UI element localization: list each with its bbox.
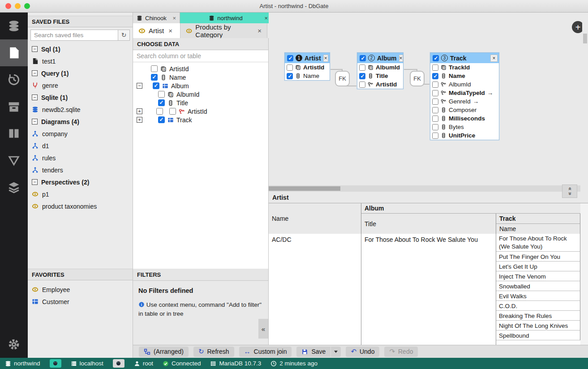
designer-column[interactable]: Bytes bbox=[430, 123, 499, 131]
designer-table-artist-header[interactable]: 1 Artist × bbox=[285, 53, 330, 63]
designer-column[interactable]: UnitPrice bbox=[430, 131, 499, 140]
tree-group-query[interactable]: −Query (1) bbox=[28, 67, 133, 79]
checkbox[interactable] bbox=[287, 64, 293, 71]
designer-column[interactable]: Name bbox=[285, 72, 330, 80]
checkbox[interactable] bbox=[432, 64, 438, 71]
checkbox[interactable] bbox=[433, 55, 439, 61]
tree-item-product-taxonomies[interactable]: product taxonomies bbox=[28, 200, 133, 212]
designer-table-track[interactable]: 3 Track × TrackId Name AlbumId MediaType… bbox=[430, 52, 499, 140]
redo-button[interactable]: ↷ Redo bbox=[384, 347, 418, 357]
collapse-icon[interactable]: − bbox=[32, 119, 38, 124]
remove-table-button[interactable]: × bbox=[490, 55, 498, 62]
tab-products-by-category[interactable]: Products by Category × bbox=[180, 23, 267, 38]
refresh-button[interactable]: ↻ Refresh bbox=[193, 347, 234, 357]
tree-item-genre[interactable]: genre bbox=[28, 79, 133, 91]
designer-column[interactable]: AlbumId bbox=[430, 80, 499, 89]
column-table-search-input[interactable] bbox=[133, 50, 268, 62]
grid-cell-track[interactable]: Night Of The Long Knives bbox=[496, 321, 580, 330]
grid-cell-artist[interactable]: AC/DC bbox=[269, 234, 361, 345]
designer-column[interactable]: TrackId bbox=[430, 63, 499, 72]
undo-button[interactable]: ↶ Undo bbox=[346, 347, 379, 357]
checkbox[interactable] bbox=[359, 64, 365, 71]
custom-join-button[interactable]: ↔ Custom join bbox=[239, 347, 292, 357]
save-button[interactable]: Save bbox=[296, 347, 330, 357]
checkbox[interactable] bbox=[169, 108, 176, 115]
tab-artist[interactable]: Artist × bbox=[133, 23, 180, 38]
close-tab-icon[interactable]: × bbox=[258, 27, 262, 34]
rail-history-button[interactable] bbox=[0, 66, 28, 93]
fk-join-badge[interactable]: FK bbox=[335, 71, 350, 86]
grid-root-header[interactable]: Artist bbox=[269, 192, 588, 203]
checkbox[interactable] bbox=[156, 108, 163, 115]
database-color-badge[interactable] bbox=[50, 359, 61, 368]
status-server[interactable]: localhost bbox=[71, 360, 103, 367]
grid-cell-track[interactable]: C.O.D. bbox=[496, 301, 580, 311]
checkbox[interactable] bbox=[432, 90, 438, 96]
close-tab-icon[interactable]: × bbox=[264, 15, 268, 21]
canvas-horizontal-scrollbar[interactable] bbox=[269, 185, 580, 192]
rail-cell-data-button[interactable] bbox=[0, 147, 28, 174]
checkbox[interactable] bbox=[151, 74, 158, 81]
query-designer-canvas[interactable]: 1 Artist × ArtistId Name FK 2 Album × Al… bbox=[269, 13, 588, 192]
grid-cell-track[interactable]: For Those About To Rock (We Salute You) bbox=[496, 234, 580, 252]
designer-column[interactable]: ArtistId bbox=[285, 63, 330, 72]
close-tab-icon[interactable]: × bbox=[168, 27, 172, 34]
close-tab-icon[interactable]: × bbox=[172, 15, 176, 21]
tree-column-artistid-fk[interactable]: + ArtistId bbox=[133, 107, 268, 116]
grid-cell-track[interactable]: Evil Walks bbox=[496, 291, 580, 301]
minimize-window-button[interactable] bbox=[15, 3, 21, 9]
tree-item-company[interactable]: company bbox=[28, 128, 133, 140]
scrollbar-thumb[interactable] bbox=[583, 34, 587, 43]
checkbox[interactable] bbox=[151, 65, 158, 72]
checkbox[interactable] bbox=[158, 91, 165, 98]
collapse-icon[interactable]: − bbox=[32, 70, 38, 76]
designer-column[interactable]: GenreId→ bbox=[430, 97, 499, 106]
designer-column[interactable]: ArtistId bbox=[357, 80, 403, 89]
designer-table-album[interactable]: 2 Album × AlbumId Title ArtistId bbox=[357, 52, 403, 89]
grid-header-artist-name[interactable]: Name bbox=[269, 203, 361, 234]
tab-chinook[interactable]: Chinook × bbox=[133, 13, 180, 23]
designer-column[interactable]: Title bbox=[357, 72, 403, 80]
fk-join-badge[interactable]: FK bbox=[410, 71, 425, 86]
tree-table-album[interactable]: − Album bbox=[133, 82, 268, 90]
checkbox[interactable] bbox=[432, 107, 438, 113]
tree-item-tenders[interactable]: tenders bbox=[28, 164, 133, 176]
tree-item-test1[interactable]: test1 bbox=[28, 55, 133, 67]
designer-column[interactable]: Milliseconds bbox=[430, 114, 499, 123]
designer-table-track-header[interactable]: 3 Track × bbox=[430, 53, 499, 63]
favorite-item-employee[interactable]: Employee bbox=[28, 283, 133, 296]
grid-cell-track[interactable]: Snowballed bbox=[496, 281, 580, 291]
tree-group-sqlite[interactable]: −Sqlite (1) bbox=[28, 91, 133, 103]
designer-column[interactable]: Name bbox=[430, 72, 499, 80]
rail-files-button[interactable] bbox=[0, 39, 28, 66]
grid-cell-album-title[interactable]: For Those About To Rock We Salute You bbox=[361, 234, 496, 345]
tree-item-newdb2[interactable]: newdb2.sqlite bbox=[28, 103, 133, 116]
grid-cell-track[interactable]: Inject The Venom bbox=[496, 271, 580, 281]
expand-icon[interactable]: + bbox=[137, 117, 142, 123]
designer-table-album-header[interactable]: 2 Album × bbox=[357, 53, 403, 63]
checkbox[interactable] bbox=[287, 73, 293, 79]
checkbox[interactable] bbox=[153, 82, 159, 89]
rail-settings-button[interactable] bbox=[0, 331, 28, 358]
checkbox[interactable] bbox=[158, 116, 165, 123]
window-controls[interactable] bbox=[5, 3, 30, 9]
tree-group-diagrams[interactable]: −Diagrams (4) bbox=[28, 116, 133, 128]
checkbox[interactable] bbox=[359, 73, 365, 79]
grid-header-album[interactable]: Album bbox=[361, 203, 588, 214]
collapse-panel-button[interactable]: « bbox=[258, 319, 268, 339]
rail-app-layers-button[interactable] bbox=[0, 174, 28, 201]
checkbox[interactable] bbox=[287, 55, 293, 61]
status-database[interactable]: northwind bbox=[5, 360, 40, 367]
grid-cell-track[interactable]: Spellbound bbox=[496, 330, 580, 340]
saved-files-search-input[interactable] bbox=[30, 30, 118, 41]
tab-northwind[interactable]: northwind × bbox=[180, 13, 272, 23]
scrollbar-thumb[interactable] bbox=[269, 186, 340, 191]
tree-group-perspectives[interactable]: −Perspectives (2) bbox=[28, 176, 133, 188]
status-user[interactable]: root bbox=[134, 360, 153, 367]
tree-item-p1[interactable]: p1 bbox=[28, 188, 133, 200]
canvas-vertical-scrollbar[interactable] bbox=[582, 13, 588, 185]
checkbox[interactable] bbox=[432, 99, 438, 105]
grid-header-track[interactable]: Track bbox=[496, 214, 580, 224]
tree-column-artistid[interactable]: ArtistId bbox=[133, 64, 268, 73]
rail-archive-button[interactable] bbox=[0, 93, 28, 120]
